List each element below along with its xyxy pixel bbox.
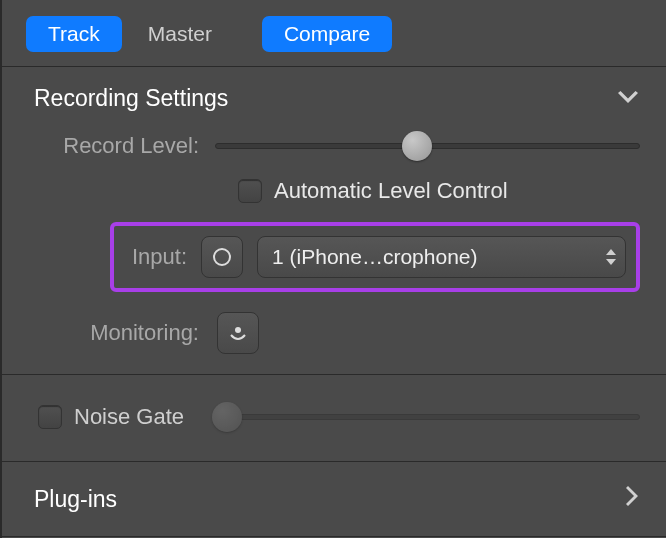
plugins-header[interactable]: Plug-ins <box>2 462 666 536</box>
input-dropdown[interactable]: 1 (iPhone…crophone) <box>257 236 626 278</box>
noise-gate-slider[interactable] <box>212 397 640 437</box>
auto-level-label: Automatic Level Control <box>274 178 508 204</box>
view-tabs: Track Master Compare <box>2 0 666 67</box>
svg-point-0 <box>235 327 241 333</box>
slider-track <box>212 414 640 420</box>
monitoring-row: Monitoring: <box>2 308 666 374</box>
circle-icon <box>213 248 231 266</box>
plugins-title: Plug-ins <box>34 486 117 513</box>
chevron-right-icon <box>626 484 640 514</box>
chevron-down-icon <box>616 85 640 112</box>
input-channel-toggle[interactable] <box>201 236 243 278</box>
input-label: Input: <box>132 244 187 270</box>
monitoring-icon <box>227 323 249 343</box>
monitoring-label: Monitoring: <box>34 320 199 346</box>
plugins-section: Plug-ins <box>2 462 666 537</box>
record-level-slider[interactable] <box>215 126 640 166</box>
noise-gate-section: Noise Gate <box>2 375 666 462</box>
slider-thumb[interactable] <box>402 131 432 161</box>
auto-level-checkbox[interactable] <box>238 179 262 203</box>
recording-settings-section: Recording Settings Record Level: Automat… <box>2 67 666 375</box>
record-level-row: Record Level: <box>2 126 666 172</box>
stepper-icon <box>605 248 617 266</box>
record-level-label: Record Level: <box>34 133 199 159</box>
noise-gate-checkbox[interactable] <box>38 405 62 429</box>
auto-level-row: Automatic Level Control <box>2 172 666 222</box>
recording-settings-title: Recording Settings <box>34 85 228 112</box>
tab-track[interactable]: Track <box>26 16 122 52</box>
input-highlight: Input: 1 (iPhone…crophone) <box>110 222 640 292</box>
tab-compare[interactable]: Compare <box>262 16 392 52</box>
noise-gate-label: Noise Gate <box>74 404 184 430</box>
recording-settings-header[interactable]: Recording Settings <box>2 67 666 126</box>
monitoring-toggle[interactable] <box>217 312 259 354</box>
input-value: 1 (iPhone…crophone) <box>272 245 477 269</box>
slider-thumb[interactable] <box>212 402 242 432</box>
tab-master[interactable]: Master <box>126 16 234 52</box>
